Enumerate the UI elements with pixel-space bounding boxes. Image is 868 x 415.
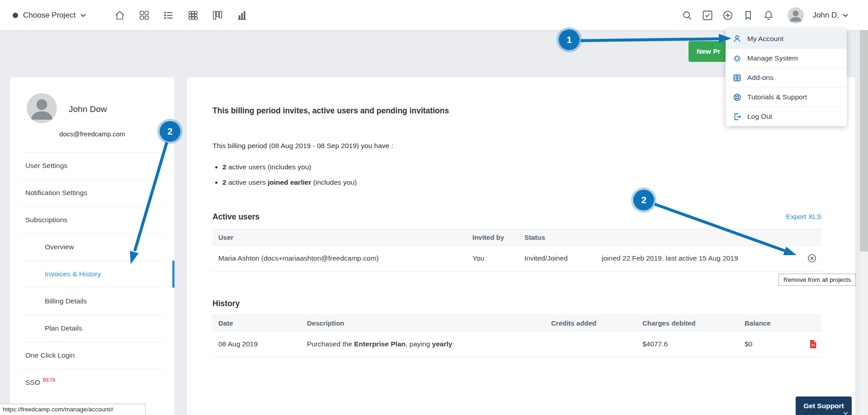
balance-cell: $0	[739, 340, 801, 348]
charges-cell: $4077.6	[637, 340, 739, 348]
dashboard-icon[interactable]	[138, 9, 150, 21]
beta-badge: BETA	[43, 378, 56, 382]
menu-item-label: Tutorials & Support	[747, 93, 807, 101]
menu-item-log-out[interactable]: Log Out	[726, 107, 847, 126]
annotation-step-2-table: 2	[633, 190, 654, 210]
sidebar-item-notification-settings[interactable]: Notification Settings	[10, 179, 175, 206]
bookmark-icon[interactable]	[742, 9, 754, 21]
kanban-icon[interactable]	[212, 9, 223, 21]
home-icon[interactable]	[114, 9, 126, 21]
sidebar-item-invoices-history[interactable]: Invoices & History	[10, 261, 175, 288]
annotation-step-1: 1	[559, 29, 580, 50]
get-support-button[interactable]: Get Support	[796, 396, 852, 415]
user-cell: Maria Ashton (docs+mariaashton@freedcamp…	[212, 254, 467, 262]
chevron-down-icon	[80, 14, 86, 17]
history-title: History	[212, 298, 240, 309]
sidebar-item-plan-details[interactable]: Plan Details	[10, 315, 175, 342]
menu-item-add-ons[interactable]: Add-ons	[726, 68, 847, 87]
profile-avatar	[27, 93, 57, 123]
history-table: Date Description Credits added Charges d…	[212, 315, 821, 357]
account-menu: My Account Manage System Add-ons Tutoria…	[726, 29, 847, 126]
grid-view-icon[interactable]	[187, 9, 199, 21]
topbar: Choose Project	[0, 0, 868, 30]
chevron-down-icon	[843, 14, 848, 17]
menu-item-label: Add-ons	[747, 74, 774, 82]
date-cell: 08 Aug 2019	[212, 340, 301, 348]
status-cell: Invited/Joined	[519, 254, 596, 262]
description-cell: Purchased the Enterprise Plan, paying ye…	[301, 340, 545, 348]
sidebar-item-user-settings[interactable]: User Settings	[10, 152, 175, 179]
table-header-row: User Invited by Status	[212, 229, 821, 246]
help-icon	[733, 93, 741, 102]
sidebar-item-one-click-login[interactable]: One Click Login	[10, 342, 175, 369]
bullet-active-users: 2 active users (includes you)	[222, 159, 821, 175]
active-users-title: Active users	[212, 211, 259, 223]
activity-cell: joined 22 Feb 2019, last active 15 Aug 2…	[596, 254, 800, 262]
chevron-down-icon	[843, 411, 848, 415]
list-view-icon[interactable]	[163, 9, 175, 21]
logout-icon	[733, 112, 741, 121]
gear-icon	[733, 54, 741, 63]
menu-item-label: Log Out	[747, 112, 772, 121]
billing-period-text: This billing period (08 Aug 2019 - 08 Se…	[212, 140, 821, 151]
status-url-bar: https://freedcamp.com/manage/account#	[0, 404, 146, 415]
bullet-joined-earlier: 2 active users joined earlier (includes …	[222, 175, 821, 190]
user-avatar[interactable]	[788, 7, 804, 23]
reports-chart-icon[interactable]	[236, 9, 248, 21]
profile-email: docs@freedcamp.com	[10, 130, 175, 138]
menu-item-my-account[interactable]: My Account	[726, 29, 847, 48]
sidebar-item-sso[interactable]: SSO BETA	[10, 369, 175, 396]
sidebar-item-overview[interactable]: Overview	[10, 233, 175, 261]
invited-by-cell: You	[467, 254, 519, 262]
table-row: 08 Aug 2019 Purchased the Enterprise Pla…	[212, 331, 821, 357]
project-color-dot	[13, 13, 18, 18]
choose-project-label: Choose Project	[23, 11, 75, 20]
menu-item-label: Manage System	[747, 54, 798, 62]
billing-bullets: 2 active users (includes you) 2 active u…	[212, 159, 821, 190]
remove-user-button[interactable]	[807, 253, 817, 263]
sidebar-item-billing-details[interactable]: Billing Details	[10, 288, 175, 315]
menu-item-manage-system[interactable]: Manage System	[726, 48, 847, 68]
person-icon	[733, 34, 741, 43]
active-users-table: User Invited by Status Maria Ashton (doc…	[212, 229, 821, 271]
account-sidebar: John Dow docs@freedcamp.com User Setting…	[10, 77, 175, 415]
profile-name: John Dow	[69, 103, 107, 115]
sidebar-item-subscriptions[interactable]: Subscriptions	[10, 206, 175, 233]
search-icon[interactable]	[681, 9, 693, 21]
notifications-bell-icon[interactable]	[763, 9, 774, 21]
topbar-right: John D.	[681, 7, 868, 23]
billing-content-card: This billing period invites, active user…	[187, 77, 855, 415]
sidebar-menu: User Settings Notification Settings Subs…	[10, 152, 175, 396]
pdf-invoice-icon[interactable]	[809, 340, 817, 349]
addons-icon	[733, 74, 741, 82]
annotation-step-2-sidebar: 2	[160, 121, 180, 142]
scrollbar-thumb[interactable]	[860, 30, 868, 252]
user-menu-trigger[interactable]: John D.	[812, 11, 848, 20]
export-xls-link[interactable]: Export XLS	[786, 211, 821, 223]
tasks-check-icon[interactable]	[702, 9, 713, 21]
table-header-row: Date Description Credits added Charges d…	[212, 315, 821, 331]
add-circle-icon[interactable]	[722, 9, 734, 21]
screen: Choose Project	[0, 0, 868, 415]
remove-tooltip: Remove from all projects	[778, 274, 856, 286]
main-nav	[114, 9, 248, 21]
menu-item-tutorials-support[interactable]: Tutorials & Support	[726, 87, 847, 107]
scrollbar-track	[860, 30, 868, 415]
user-name: John D.	[812, 11, 839, 20]
menu-item-label: My Account	[747, 35, 783, 43]
table-row: Maria Ashton (docs+mariaashton@freedcamp…	[212, 246, 821, 271]
choose-project-dropdown[interactable]: Choose Project	[0, 11, 86, 20]
